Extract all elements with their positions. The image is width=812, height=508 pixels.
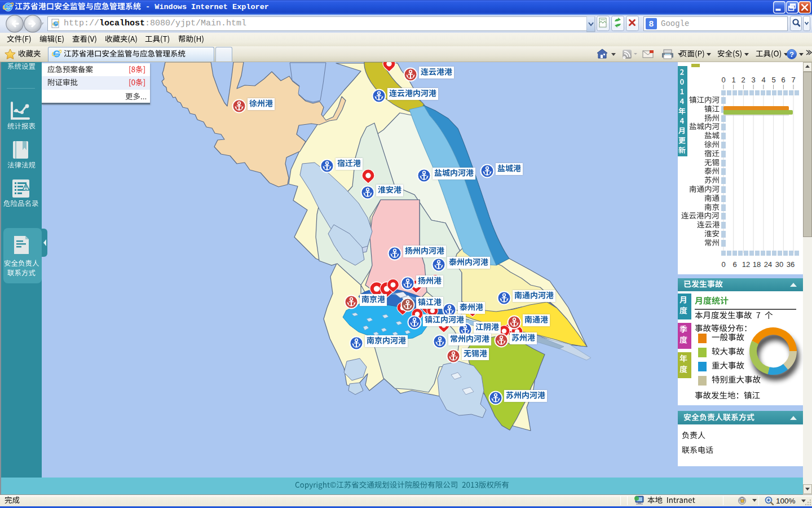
svg-text:?: ? — [789, 50, 794, 59]
